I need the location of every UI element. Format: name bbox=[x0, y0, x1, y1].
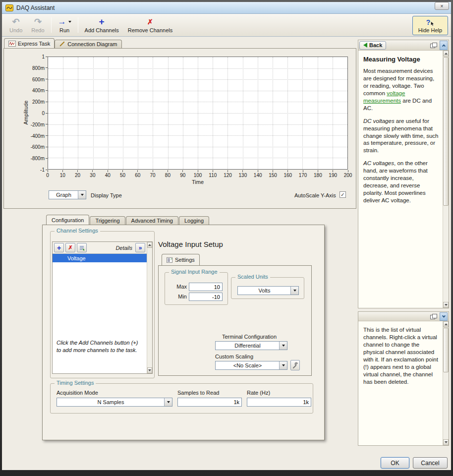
voltage-setup-body: Signal Input Range Max Min Scaled Units … bbox=[158, 265, 312, 376]
scrollbar-thumb[interactable] bbox=[443, 328, 449, 372]
tab-connection-diagram-label: Connection Diagram bbox=[67, 41, 117, 47]
dropdown-button[interactable] bbox=[78, 191, 86, 199]
run-icon: → bbox=[58, 17, 66, 26]
chevron-down-icon bbox=[293, 290, 296, 292]
undo-button[interactable]: ↶ Undo bbox=[5, 15, 27, 35]
scroll-up-icon[interactable] bbox=[443, 321, 449, 327]
ok-button[interactable]: OK bbox=[381, 457, 409, 469]
toolbar-separator bbox=[51, 17, 52, 33]
back-button[interactable]: Back bbox=[359, 41, 386, 50]
chevrons-right-icon: » bbox=[139, 244, 142, 251]
add-channel-button[interactable]: + bbox=[54, 243, 64, 252]
gridline-horizontal bbox=[48, 124, 347, 125]
channel-list-toolbar: + ✗ Details » bbox=[53, 242, 147, 254]
channel-list-frame: + ✗ Details » Voltage Click the Add Chan… bbox=[52, 241, 153, 374]
rate-input[interactable] bbox=[247, 398, 311, 407]
hide-help-button[interactable]: ? Hide Help bbox=[412, 16, 448, 35]
redo-label: Redo bbox=[31, 27, 44, 33]
x-tick bbox=[77, 170, 78, 172]
undock-context-help-button[interactable] bbox=[429, 314, 439, 319]
min-input[interactable] bbox=[189, 293, 223, 301]
tab-express-task[interactable]: Express Task bbox=[4, 38, 55, 48]
cancel-button[interactable]: Cancel bbox=[413, 457, 448, 469]
dropdown-button[interactable] bbox=[290, 287, 298, 295]
custom-scaling-dropdown[interactable]: <No Scale> bbox=[215, 361, 287, 370]
max-input[interactable] bbox=[189, 283, 223, 291]
scroll-down-icon[interactable] bbox=[443, 302, 449, 308]
scroll-down-icon[interactable] bbox=[443, 439, 449, 445]
x-axis-labels: 0102030405060708090100110120130140150160… bbox=[48, 173, 348, 178]
plot-area bbox=[48, 57, 348, 170]
dropdown-button[interactable] bbox=[279, 361, 287, 369]
terminal-configuration-dropdown[interactable]: Differential bbox=[215, 341, 287, 350]
collapse-help-button[interactable] bbox=[440, 41, 448, 50]
x-tick-label: 30 bbox=[90, 173, 95, 178]
chevron-down-icon bbox=[167, 401, 170, 403]
pencil-icon bbox=[59, 41, 65, 47]
context-help-scrollbar[interactable] bbox=[443, 321, 449, 445]
scroll-up-icon[interactable] bbox=[443, 51, 449, 57]
config-tab-triggering[interactable]: Triggering bbox=[90, 216, 125, 225]
config-tab-configuration[interactable]: Configuration bbox=[46, 215, 89, 225]
acquisition-mode-dropdown[interactable]: N Samples bbox=[57, 398, 172, 407]
x-tick-label: 180 bbox=[314, 173, 322, 178]
max-label: Max bbox=[167, 284, 187, 290]
dropdown-button[interactable] bbox=[164, 398, 172, 406]
add-channels-button[interactable]: + Add Channels bbox=[80, 15, 123, 35]
run-button[interactable]: → Run bbox=[54, 15, 76, 35]
channel-list-scrollbar[interactable] bbox=[147, 242, 152, 373]
toolbar: ↶ Undo ↷ Redo → Run + Add Channels ✗ Rem… bbox=[2, 14, 451, 37]
channel-row-voltage[interactable]: Voltage bbox=[53, 254, 147, 262]
x-axis-title: Time bbox=[48, 179, 348, 185]
y-tick-label: -800m bbox=[31, 156, 45, 161]
delete-channel-button[interactable]: ✗ bbox=[65, 243, 75, 252]
chevron-down-icon bbox=[282, 345, 285, 347]
samples-to-read-input[interactable] bbox=[177, 398, 242, 407]
x-tick bbox=[287, 170, 288, 172]
gridline-horizontal bbox=[48, 113, 347, 114]
remove-channels-button[interactable]: ✗ Remove Channels bbox=[123, 15, 177, 35]
physical-channel-icon bbox=[79, 245, 85, 251]
context-help-panel: This is the list of virtual channels. Ri… bbox=[358, 311, 449, 446]
gridline-horizontal bbox=[48, 102, 347, 102]
y-tick-label: -1 bbox=[40, 167, 45, 173]
samples-to-read-label: Samples to Read bbox=[177, 390, 219, 396]
tab-settings[interactable]: Settings bbox=[162, 254, 200, 265]
scaled-units-label: Scaled Units bbox=[235, 274, 270, 280]
run-label: Run bbox=[59, 27, 69, 33]
chevron-down-icon bbox=[442, 314, 445, 317]
help-panel: Back Measuring Voltage Most measurement … bbox=[358, 40, 449, 308]
scaled-units-group: Scaled Units Volts bbox=[231, 277, 304, 299]
config-tab-logging[interactable]: Logging bbox=[179, 216, 209, 225]
scrollbar-thumb[interactable] bbox=[443, 57, 449, 206]
help-scrollbar[interactable] bbox=[443, 51, 449, 308]
x-tick-label: 130 bbox=[239, 173, 247, 178]
details-expand-button[interactable]: » bbox=[135, 243, 145, 252]
change-physical-channel-button[interactable] bbox=[77, 243, 87, 252]
add-channels-icon: + bbox=[99, 17, 105, 26]
x-tick-label: 70 bbox=[150, 173, 156, 178]
scaled-units-dropdown[interactable]: Volts bbox=[237, 286, 299, 295]
close-button[interactable]: × bbox=[435, 2, 449, 10]
display-type-dropdown[interactable]: Graph bbox=[49, 190, 86, 199]
collapse-context-help-button[interactable] bbox=[440, 312, 448, 321]
x-tick bbox=[318, 170, 318, 172]
dropdown-button[interactable] bbox=[279, 342, 287, 350]
timing-settings-label: Timing Settings bbox=[55, 380, 96, 386]
display-type-value: Graph bbox=[50, 191, 77, 199]
scroll-down-icon[interactable] bbox=[147, 367, 152, 373]
config-tab-advanced-timing[interactable]: Advanced Timing bbox=[126, 216, 178, 225]
undock-help-button[interactable] bbox=[429, 43, 439, 48]
tab-connection-diagram[interactable]: Connection Diagram bbox=[55, 40, 121, 48]
scaled-units-value: Volts bbox=[239, 287, 290, 295]
run-dropdown-arrow-icon[interactable] bbox=[68, 21, 71, 23]
scroll-up-icon[interactable] bbox=[147, 242, 152, 248]
context-help-content: This is the list of virtual channels. Ri… bbox=[358, 321, 443, 445]
x-tick bbox=[333, 170, 333, 172]
autoscale-checkbox[interactable]: ✓ bbox=[340, 191, 346, 198]
x-tick bbox=[137, 170, 138, 172]
x-tick bbox=[273, 170, 273, 172]
edit-scale-button[interactable] bbox=[290, 360, 300, 370]
x-tick bbox=[227, 170, 228, 172]
redo-button[interactable]: ↷ Redo bbox=[27, 15, 49, 35]
